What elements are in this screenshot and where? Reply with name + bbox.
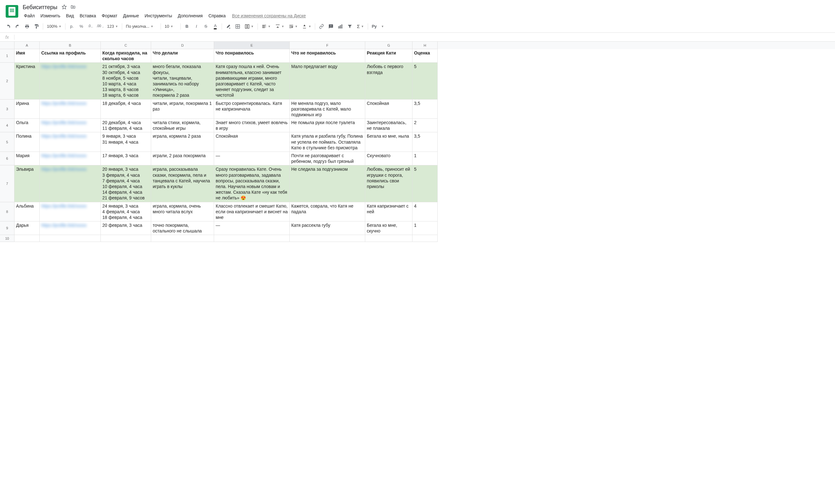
cell[interactable]: 5 [412, 63, 437, 99]
cell[interactable]: играла, рассказывала сказки, покормила, … [151, 165, 214, 202]
cell[interactable]: Катя сразу пошла к ней. Очень внимательн… [214, 63, 290, 99]
cell[interactable]: 9 января, 3 часа 31 января, 4 часа [101, 132, 151, 152]
cell[interactable]: https://profile.link/xxxxx [40, 165, 101, 202]
cell[interactable]: Мария [15, 152, 40, 165]
cell[interactable]: Почти не разговаривает с ребенком, подгу… [290, 152, 365, 165]
cell[interactable]: Любовь с первого взгляда [365, 63, 412, 99]
paint-format-button[interactable] [32, 22, 41, 31]
row-number[interactable]: 1 [0, 49, 15, 63]
cell[interactable]: Скучновато [365, 152, 412, 165]
col-header-A[interactable]: A [15, 42, 40, 49]
cell[interactable] [15, 235, 40, 242]
col-header-H[interactable]: H [412, 42, 437, 49]
col-header-F[interactable]: F [290, 42, 365, 49]
col-header-C[interactable]: C [101, 42, 151, 49]
cell[interactable]: 18 декабря, 4 часа [101, 100, 151, 119]
cell[interactable]: 3,5 [412, 100, 437, 119]
cell[interactable]: Знает много стихов, умеет вовлечь в игру [214, 119, 290, 132]
cell[interactable]: играли, 2 раза покормила [151, 152, 214, 165]
cell[interactable]: https://profile.link/xxxxx [40, 152, 101, 165]
currency-button[interactable]: р. [67, 22, 76, 31]
cell[interactable]: Быстро сориентировалась. Катя не капризн… [214, 100, 290, 119]
row-number[interactable]: 5 [0, 132, 15, 152]
select-all-corner[interactable] [0, 42, 15, 49]
cell[interactable]: Имя [15, 49, 40, 63]
cell[interactable]: Что понравилось [214, 49, 290, 63]
row-number[interactable]: 9 [0, 221, 15, 235]
cell[interactable]: читала стихи, кормила, спокойные игры [151, 119, 214, 132]
cell[interactable]: 17 января, 3 часа [101, 152, 151, 165]
move-to-folder-icon[interactable] [70, 4, 76, 10]
cell[interactable] [151, 235, 214, 242]
filter-button[interactable] [345, 22, 354, 31]
col-header-D[interactable]: D [151, 42, 214, 49]
rotate-button[interactable]: ▼ [300, 22, 313, 31]
menu-insert[interactable]: Вставка [77, 12, 99, 20]
menu-help[interactable]: Справка [206, 12, 228, 20]
cell[interactable]: 1 [412, 152, 437, 165]
cell[interactable]: https://profile.link/xxxxx [40, 221, 101, 235]
row-number[interactable]: 6 [0, 152, 15, 165]
row-number[interactable]: 4 [0, 119, 15, 132]
cell[interactable]: Не помыла руки после туалета [290, 119, 365, 132]
cell[interactable]: 20 февраля, 3 часа [101, 221, 151, 235]
fill-color-button[interactable] [224, 22, 233, 31]
col-header-G[interactable]: G [365, 42, 412, 49]
cell[interactable]: Не следила за подгузником [290, 165, 365, 202]
italic-button[interactable]: I [192, 22, 201, 31]
more-button[interactable]: ▼ [380, 22, 386, 31]
col-header-B[interactable]: B [40, 42, 101, 49]
cell[interactable]: https://profile.link/xxxxx [40, 119, 101, 132]
cell[interactable]: — [214, 221, 290, 235]
menu-file[interactable]: Файл [21, 12, 37, 20]
fontsize-combo[interactable]: 10▼ [163, 22, 179, 31]
number-format-combo[interactable]: 123▼ [105, 22, 120, 31]
menu-tools[interactable]: Инструменты [142, 12, 175, 20]
cell[interactable]: Альбина [15, 202, 40, 222]
font-combo[interactable]: По умолча...▼ [124, 22, 159, 31]
cell[interactable]: Реакция Кати [365, 49, 412, 63]
bold-button[interactable]: B [183, 22, 191, 31]
text-color-button[interactable]: A [211, 22, 220, 31]
cell[interactable]: https://profile.link/xxxxx [40, 63, 101, 99]
cell[interactable]: Дарья [15, 221, 40, 235]
cell[interactable]: Бегала ко мне, ныла [365, 132, 412, 152]
save-status[interactable]: Все изменения сохранены на Диске [232, 13, 306, 18]
borders-button[interactable] [233, 22, 242, 31]
zoom-combo[interactable]: 100%▼ [45, 22, 63, 31]
cell[interactable] [214, 235, 290, 242]
cell[interactable]: Заинтересовалась, не плакала [365, 119, 412, 132]
row-number[interactable]: 2 [0, 63, 15, 99]
link-button[interactable] [317, 22, 326, 31]
merge-cells-button[interactable]: ▼ [243, 22, 256, 31]
cell[interactable]: https://profile.link/xxxxx [40, 202, 101, 222]
cell[interactable]: Ссылка на профиль [40, 49, 101, 63]
cell[interactable]: 1 [412, 221, 437, 235]
cell[interactable]: Оценка [412, 49, 437, 63]
cell[interactable]: Что не понравилось [290, 49, 365, 63]
col-header-E[interactable]: E [214, 42, 290, 49]
cell[interactable] [290, 235, 365, 242]
menu-format[interactable]: Формат [99, 12, 120, 20]
menu-edit[interactable]: Изменить [38, 12, 63, 20]
cell[interactable]: 5 [412, 165, 437, 202]
cell[interactable]: Когда приходила, на сколько часов [101, 49, 151, 63]
cell[interactable]: играла, кормила, очень много читала вслу… [151, 202, 214, 222]
row-number[interactable]: 8 [0, 202, 15, 222]
valign-button[interactable]: ▼ [273, 22, 286, 31]
increase-decimal-button[interactable]: .00→ [96, 22, 104, 31]
cell[interactable]: играла, кормила 2 раза [151, 132, 214, 152]
cell[interactable]: 24 января, 3 часа 4 февраля, 4 часа 18 ф… [101, 202, 151, 222]
functions-button[interactable]: Σ▼ [355, 22, 366, 31]
cell[interactable]: Сразу понравилась Кате. Очень много разг… [214, 165, 290, 202]
cell[interactable]: читали, играли, покормила 1 раз [151, 100, 214, 119]
cell[interactable]: Катя рассекла губу [290, 221, 365, 235]
cell[interactable] [412, 235, 437, 242]
cell[interactable]: https://profile.link/xxxxx [40, 132, 101, 152]
chart-button[interactable] [336, 22, 345, 31]
cell[interactable]: — [214, 152, 290, 165]
cell[interactable]: Катя капризничает с ней [365, 202, 412, 222]
menu-view[interactable]: Вид [64, 12, 77, 20]
cell[interactable]: Эльвира [15, 165, 40, 202]
strikethrough-button[interactable]: S [202, 22, 210, 31]
